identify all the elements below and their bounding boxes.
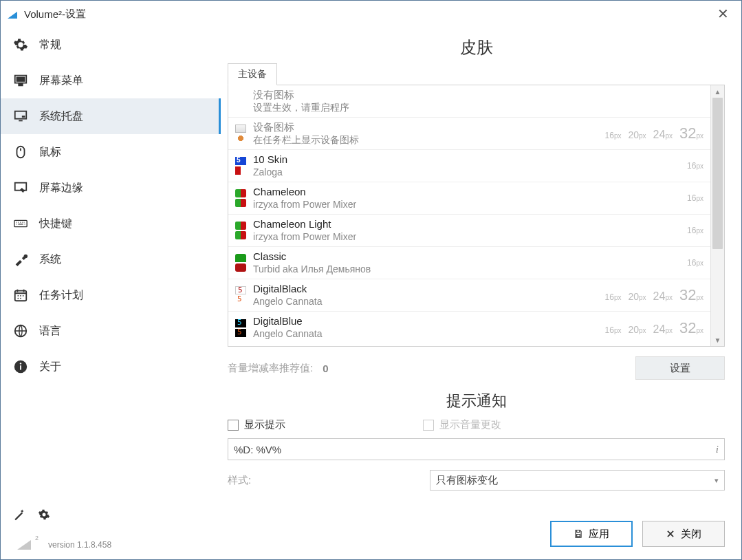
close-button[interactable]: 关闭 bbox=[642, 521, 725, 547]
version-logo-icon bbox=[17, 537, 34, 550]
skin-name: Chameleon bbox=[253, 186, 687, 199]
skin-name: Chameleon Light bbox=[253, 218, 687, 231]
nav-label: 常规 bbox=[39, 38, 61, 52]
skin-sizes: 16px 20px 24px 32px bbox=[605, 286, 703, 304]
body: 常规 屏幕菜单 系统托盘 鼠标 屏幕边缘 bbox=[1, 27, 741, 559]
nav-label: 鼠标 bbox=[39, 145, 61, 160]
skin-sub: 在任务栏上显示设备图标 bbox=[253, 134, 605, 147]
svg-point-15 bbox=[20, 363, 21, 364]
close-label: 关闭 bbox=[681, 528, 701, 541]
monitor-cursor-icon bbox=[12, 180, 30, 195]
sidebar: 常规 屏幕菜单 系统托盘 鼠标 屏幕边缘 bbox=[1, 27, 221, 559]
nav-label: 关于 bbox=[39, 360, 61, 374]
skin-preview-icon bbox=[235, 189, 246, 197]
apply-label: 应用 bbox=[589, 528, 609, 541]
title-app: Volume² bbox=[24, 8, 62, 20]
style-row: 样式: 只有图标变化 ▾ bbox=[228, 470, 725, 491]
chevron-down-icon: ▾ bbox=[714, 476, 719, 485]
titlebar: Volume² - 设置 ✕ bbox=[1, 1, 741, 27]
monitor-icon bbox=[12, 73, 30, 88]
nav-system[interactable]: 系统 bbox=[1, 241, 221, 277]
skin-row[interactable]: Chameleon irzyxa from Power Mixer 16px bbox=[228, 182, 710, 215]
skin-preview-icon bbox=[235, 134, 246, 142]
app-icon bbox=[8, 9, 20, 19]
section-title-skin: 皮肤 bbox=[228, 36, 725, 58]
keyboard-icon bbox=[12, 216, 30, 231]
checkbox-icon bbox=[228, 420, 239, 431]
skin-preview-icon bbox=[235, 263, 246, 272]
svg-point-10 bbox=[17, 298, 19, 299]
nav-label: 快捷键 bbox=[39, 217, 72, 231]
title-sub: 设置 bbox=[65, 8, 86, 21]
svg-rect-0 bbox=[17, 77, 25, 82]
nav-label: 屏幕菜单 bbox=[39, 74, 83, 88]
style-value: 只有图标变化 bbox=[436, 474, 498, 487]
gear-icon bbox=[12, 37, 30, 52]
nav-label: 语言 bbox=[39, 324, 61, 338]
skin-sizes: 16px bbox=[687, 226, 703, 235]
scroll-track[interactable] bbox=[711, 98, 724, 334]
skin-name: DigitalBlue bbox=[253, 315, 605, 328]
skin-row[interactable]: Classic Turbid aka Илья Демьянов 16px bbox=[228, 247, 710, 279]
nav-mouse[interactable]: 鼠标 bbox=[1, 134, 221, 170]
svg-point-7 bbox=[17, 295, 19, 297]
nav-scheduler[interactable]: 任务计划 bbox=[1, 277, 221, 313]
scroll-thumb[interactable] bbox=[712, 98, 723, 249]
skin-row[interactable]: Chameleon Light irzyxa from Power Mixer … bbox=[228, 215, 710, 247]
skin-preview-icon bbox=[235, 231, 246, 239]
nav-hotkeys[interactable]: 快捷键 bbox=[1, 206, 221, 241]
style-label: 样式: bbox=[228, 474, 251, 487]
version-text: version 1.1.8.458 bbox=[48, 540, 111, 550]
checkbox-label: 显示提示 bbox=[244, 418, 285, 431]
nav-label: 系统 bbox=[39, 252, 61, 267]
scroll-down-icon[interactable]: ▼ bbox=[711, 334, 724, 346]
skin-sizes: 16px 20px 24px 32px bbox=[605, 125, 703, 142]
svg-rect-2 bbox=[22, 116, 25, 118]
rate-value: 0 bbox=[323, 363, 328, 374]
skin-name: 设备图标 bbox=[253, 121, 605, 134]
apply-button[interactable]: 应用 bbox=[550, 521, 633, 547]
format-value: %D: %V% bbox=[234, 444, 281, 455]
skin-preview-icon bbox=[235, 329, 246, 337]
checkbox-show-tip[interactable]: 显示提示 bbox=[228, 418, 285, 431]
scrollbar[interactable]: ▲ ▼ bbox=[710, 85, 724, 346]
skin-sub: irzyxa from Power Mixer bbox=[253, 199, 687, 211]
skin-row[interactable]: 设备图标 在任务栏上显示设备图标 16px 20px 24px 32px bbox=[228, 118, 710, 150]
nav-list: 常规 屏幕菜单 系统托盘 鼠标 屏幕边缘 bbox=[1, 27, 221, 500]
skin-name: DigitalBlack bbox=[253, 283, 605, 296]
nav-tray[interactable]: 系统托盘 bbox=[1, 98, 221, 134]
nav-about[interactable]: 关于 bbox=[1, 349, 221, 385]
skin-preview-icon bbox=[235, 286, 246, 294]
skin-sub: Turbid aka Илья Демьянов bbox=[253, 263, 687, 276]
rate-label: 音量增减率推荐值: bbox=[228, 362, 313, 375]
set-button[interactable]: 设置 bbox=[635, 356, 725, 380]
nav-osd[interactable]: 屏幕菜单 bbox=[1, 63, 221, 98]
skin-sub: Angelo Cannata bbox=[253, 296, 605, 308]
skin-row[interactable]: 10 Skin Zaloga 16px bbox=[228, 150, 710, 182]
nav-language[interactable]: 语言 bbox=[1, 313, 221, 349]
skin-list-inner: 没有图标 设置生效，请重启程序 设备图标 在任务栏上显示设备图标 16px 20… bbox=[228, 85, 710, 346]
info-icon[interactable]: i bbox=[716, 444, 719, 455]
svg-rect-3 bbox=[19, 120, 23, 122]
format-input[interactable]: %D: %V% i bbox=[228, 438, 725, 460]
skin-sub: Angelo Cannata bbox=[253, 328, 605, 341]
section-title-notif: 提示通知 bbox=[228, 391, 725, 411]
skin-row[interactable]: 没有图标 设置生效，请重启程序 bbox=[228, 85, 710, 118]
settings-window: Volume² - 设置 ✕ 常规 屏幕菜单 系统托盘 bbox=[0, 0, 742, 560]
skin-name: Classic bbox=[253, 250, 687, 263]
gear-small-icon[interactable] bbox=[36, 507, 52, 522]
content: 皮肤 主设备 没有图标 设置生效，请重启程序 bbox=[221, 27, 741, 559]
skin-preview-icon bbox=[235, 157, 246, 165]
scroll-up-icon[interactable]: ▲ bbox=[711, 85, 724, 98]
nav-edges[interactable]: 屏幕边缘 bbox=[1, 170, 221, 206]
tab-main-device[interactable]: 主设备 bbox=[228, 63, 277, 85]
style-select[interactable]: 只有图标变化 ▾ bbox=[430, 470, 725, 491]
wand-icon[interactable] bbox=[12, 507, 27, 522]
skin-row[interactable]: DigitalBlue Angelo Cannata 16px 20px 24p… bbox=[228, 312, 710, 344]
close-icon[interactable]: ✕ bbox=[712, 3, 734, 25]
nav-general[interactable]: 常规 bbox=[1, 27, 221, 63]
skin-row[interactable]: DigitalBlack Angelo Cannata 16px 20px 24… bbox=[228, 279, 710, 312]
skin-sub: irzyxa from Power Mixer bbox=[253, 231, 687, 244]
skin-sub: 设置生效，请重启程序 bbox=[253, 102, 703, 114]
rate-row: 音量增减率推荐值: 0 设置 bbox=[228, 356, 725, 380]
